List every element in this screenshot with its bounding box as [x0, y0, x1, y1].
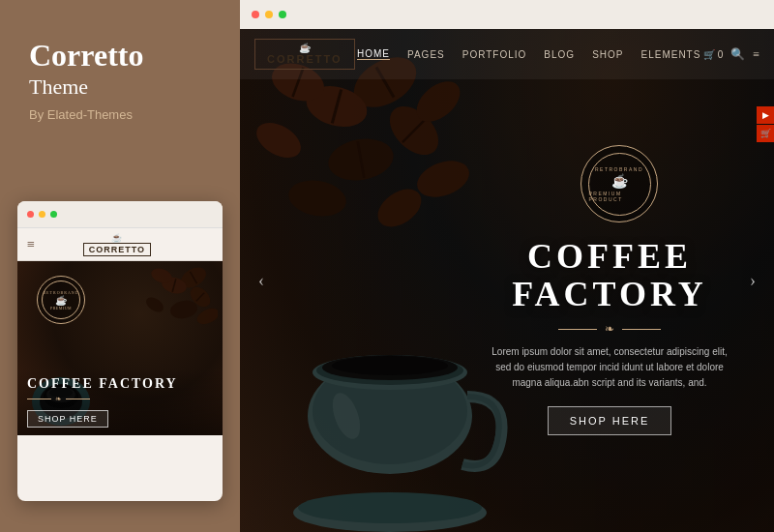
desktop-dot-green	[279, 11, 286, 18]
theme-title-block: Corretto Theme By Elated-Themes	[29, 39, 143, 122]
mobile-text-overlay: COFFEE FACTORY ❧ SHOP HERE	[17, 369, 223, 435]
mobile-badge-coffee-icon: ☕	[55, 295, 67, 306]
mobile-logo-text: CORRETTO	[83, 243, 151, 256]
desktop-logo: ☕ CORRETTO	[254, 39, 355, 70]
red-tab-item-2[interactable]: 🛒	[757, 125, 774, 142]
hero-divider: ❧	[484, 322, 735, 337]
mobile-hero-title: COFFEE FACTORY	[27, 376, 213, 392]
hero-line-right	[622, 329, 661, 330]
mobile-divider-icon: ❧	[55, 395, 62, 403]
nav-link-shop[interactable]: SHOP	[592, 49, 623, 60]
desktop-badge: RETROBRAND ☕ PREMIUM PRODUCT	[580, 145, 658, 222]
cart-badge[interactable]: 🛒 0	[703, 49, 723, 60]
mobile-shop-button[interactable]: SHOP HERE	[27, 410, 108, 428]
mobile-divider: ❧	[27, 395, 213, 403]
desktop-logo-icon: ☕	[299, 44, 311, 53]
search-icon[interactable]: 🔍	[730, 47, 745, 62]
mobile-badge-inner: RETROBRAND ☕ PREMIUM	[42, 281, 80, 319]
theme-name: Corretto	[29, 39, 143, 73]
nav-link-pages[interactable]: PAGES	[407, 49, 445, 60]
svg-point-27	[251, 116, 307, 165]
mobile-nav: ≡ ☕ CORRETTO	[17, 228, 223, 261]
mobile-divider-line-left	[27, 399, 51, 399]
hero-line-left	[558, 329, 597, 330]
red-tab-item-1[interactable]: ▶	[757, 106, 774, 124]
nav-link-home[interactable]: HOME	[357, 48, 390, 60]
menu-icon[interactable]: ≡	[753, 47, 759, 62]
svg-point-38	[332, 356, 448, 375]
desktop-dot-yellow	[265, 11, 273, 18]
mobile-badge-bottom-text: PREMIUM	[50, 306, 72, 310]
hero-shop-button[interactable]: SHOP HERE	[548, 406, 672, 435]
right-panel: ☕ CORRETTO HOME PAGES PORTFOLIO BLOG SHO…	[240, 0, 774, 532]
dot-green	[50, 211, 57, 218]
hero-text-area: COFFEE FACTORY ❧ Lorem ipsum dolor sit a…	[484, 238, 735, 435]
mobile-badge: RETROBRAND ☕ PREMIUM	[37, 276, 85, 324]
svg-point-10	[143, 294, 165, 314]
mobile-logo-icon: ☕	[111, 233, 122, 243]
desktop-nav-links: HOME PAGES PORTFOLIO BLOG SHOP ELEMENTS	[357, 48, 700, 60]
slider-arrow-right[interactable]: ›	[741, 269, 764, 292]
dot-red	[27, 211, 34, 218]
mobile-divider-line-right	[66, 399, 90, 399]
hamburger-icon[interactable]: ≡	[27, 237, 35, 252]
hero-divider-icon: ❧	[605, 322, 614, 337]
nav-link-portfolio[interactable]: PORTFOLIO	[462, 49, 527, 60]
desktop-browser-bar	[240, 0, 774, 29]
theme-author: By Elated-Themes	[29, 107, 143, 122]
mobile-hero: RETROBRAND ☕ PREMIUM COFFEE FACTORY ❧	[17, 261, 223, 435]
desktop-badge-inner: RETROBRAND ☕ PREMIUM PRODUCT	[588, 153, 651, 216]
theme-subtitle: Theme	[29, 74, 143, 100]
desktop-nav-icons: 🛒 0 🔍 ≡	[703, 47, 759, 62]
hero-description: Lorem ipsum dolor sit amet, consectetur …	[484, 344, 735, 391]
badge-coffee-icon: ☕	[611, 173, 628, 190]
left-panel: Corretto Theme By Elated-Themes ≡ ☕ CORR…	[0, 0, 240, 532]
mobile-logo: ☕ CORRETTO	[83, 233, 151, 256]
nav-link-elements[interactable]: ELEMENTS	[640, 49, 700, 60]
nav-link-blog[interactable]: BLOG	[544, 49, 575, 60]
svg-point-28	[412, 154, 474, 203]
desktop-website: ☕ CORRETTO HOME PAGES PORTFOLIO BLOG SHO…	[240, 29, 774, 532]
desktop-logo-text: CORRETTO	[267, 53, 342, 65]
dot-yellow	[39, 211, 45, 218]
hero-main-title: COFFEE FACTORY	[484, 238, 735, 314]
desktop-nav: ☕ CORRETTO HOME PAGES PORTFOLIO BLOG SHO…	[240, 29, 774, 79]
mobile-beans-graphic	[140, 266, 218, 334]
mobile-browser-bar	[17, 201, 223, 228]
desktop-dot-red	[252, 11, 259, 18]
badge-top-text: RETROBRAND	[595, 166, 643, 172]
svg-point-9	[194, 306, 218, 328]
svg-point-32	[298, 492, 482, 523]
mobile-preview-card: ≡ ☕ CORRETTO	[17, 201, 223, 501]
slider-arrow-left[interactable]: ‹	[250, 269, 273, 292]
badge-bottom-text: PREMIUM PRODUCT	[589, 191, 650, 202]
red-side-tabs: ▶ 🛒	[757, 106, 774, 142]
